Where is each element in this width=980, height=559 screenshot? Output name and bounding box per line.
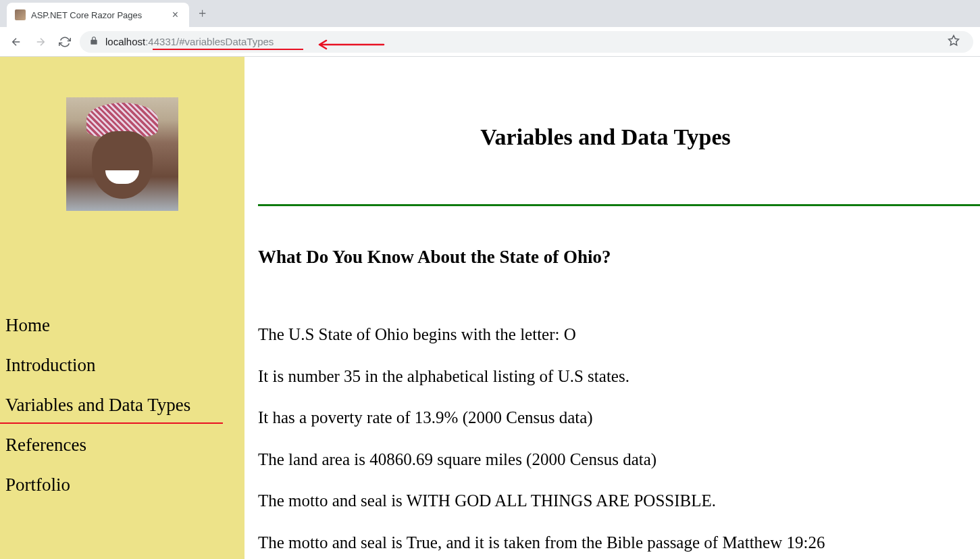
- nav-item-references[interactable]: References: [5, 425, 244, 465]
- nav-item-introduction[interactable]: Introduction: [5, 345, 244, 385]
- nav-item-home[interactable]: Home: [5, 306, 244, 345]
- lock-icon: [89, 36, 99, 47]
- back-button[interactable]: [7, 32, 26, 51]
- divider: [258, 204, 980, 206]
- content-line: The U.S State of Ohio begins with the le…: [258, 322, 980, 347]
- profile-image-wrap: [0, 57, 244, 238]
- tab-title: ASP.NET Core Razor Pages: [31, 10, 164, 20]
- nav-item-variables[interactable]: Variables and Data Types: [5, 385, 244, 425]
- nav-label: Home: [5, 315, 50, 335]
- url-host: localhost: [105, 36, 145, 47]
- favicon-icon: [15, 9, 26, 20]
- tab-bar: ASP.NET Core Razor Pages × +: [0, 0, 980, 27]
- annotation-underline: [0, 422, 223, 424]
- page-content: Home Introduction Variables and Data Typ…: [0, 57, 980, 559]
- profile-image: [66, 97, 178, 211]
- browser-toolbar: localhost:44331/#variablesDataTypes: [0, 27, 980, 57]
- content-line: The land area is 40860.69 square miles (…: [258, 447, 980, 472]
- url-fragment: #variablesDataTypes: [179, 36, 274, 47]
- browser-chrome: ASP.NET Core Razor Pages × + localhost:4…: [0, 0, 980, 57]
- sidebar: Home Introduction Variables and Data Typ…: [0, 57, 244, 559]
- nav-label: Introduction: [5, 355, 95, 375]
- content-lines: The U.S State of Ohio begins with the le…: [258, 322, 980, 555]
- nav-label: Variables and Data Types: [5, 395, 190, 415]
- address-bar[interactable]: localhost:44331/#variablesDataTypes: [80, 31, 973, 53]
- new-tab-button[interactable]: +: [189, 6, 215, 22]
- content-line: It is number 35 in the alphabetical list…: [258, 364, 980, 389]
- content-line: It has a poverty rate of 13.9% (2000 Cen…: [258, 405, 980, 431]
- nav-menu: Home Introduction Variables and Data Typ…: [0, 238, 244, 505]
- content-line: The motto and seal is WITH GOD ALL THING…: [258, 488, 980, 514]
- section-heading: What Do You Know About the State of Ohio…: [258, 247, 980, 268]
- close-tab-icon[interactable]: ×: [170, 9, 181, 21]
- content-line: The motto and seal is True, and it is ta…: [258, 530, 980, 556]
- forward-button[interactable]: [31, 32, 50, 51]
- nav-item-portfolio[interactable]: Portfolio: [5, 465, 244, 505]
- bookmark-star-icon[interactable]: [944, 34, 964, 49]
- url-text: localhost:44331/#variablesDataTypes: [105, 36, 937, 47]
- nav-label: References: [5, 435, 86, 455]
- page-title: Variables and Data Types: [258, 124, 980, 150]
- annotation-underline: [153, 49, 303, 50]
- reload-button[interactable]: [55, 32, 74, 51]
- nav-label: Portfolio: [5, 475, 70, 495]
- svg-marker-0: [949, 36, 959, 45]
- main-content: Variables and Data Types What Do You Kno…: [244, 57, 980, 559]
- browser-tab[interactable]: ASP.NET Core Razor Pages ×: [7, 3, 189, 27]
- url-port: :44331/: [145, 36, 179, 47]
